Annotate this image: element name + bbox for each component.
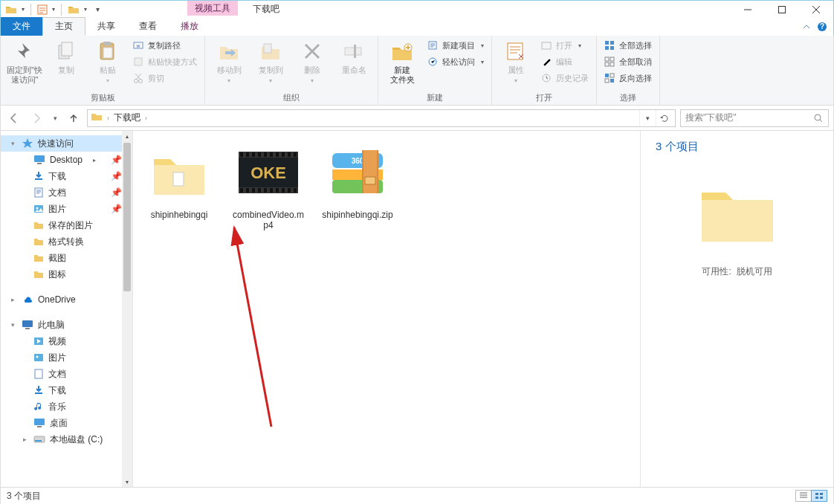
up-button[interactable] — [65, 109, 83, 127]
tree-music[interactable]: ▸音乐 — [1, 398, 132, 415]
select-none-button[interactable]: 全部取消 — [601, 54, 655, 70]
help-icon[interactable]: ? — [817, 22, 827, 32]
edit-button[interactable]: 编辑 — [538, 54, 592, 70]
svg-rect-24 — [610, 41, 614, 45]
tab-share[interactable]: 共享 — [85, 17, 127, 36]
contextual-tab-header: 视频工具 — [187, 1, 238, 16]
svg-rect-37 — [37, 163, 42, 164]
tree-icons[interactable]: ▸图标 — [1, 266, 132, 282]
tree-desktop2[interactable]: ▸桌面 — [1, 415, 132, 431]
copy-path-button[interactable]: w复制路径 — [130, 37, 200, 54]
tree-desktop[interactable]: ▸Desktop▸📌 — [1, 152, 132, 168]
copy-button[interactable]: 复制 — [47, 37, 85, 75]
maximize-button[interactable] — [765, 1, 799, 18]
forward-button[interactable] — [28, 109, 45, 127]
folder-icon — [5, 4, 17, 16]
tree-videos[interactable]: ▸视频 — [1, 333, 132, 349]
details-pane: 3 个项目 可用性: 脱机可用 — [640, 131, 833, 487]
chevron-right-icon[interactable]: › — [145, 114, 147, 122]
minimize-button[interactable] — [731, 1, 765, 18]
easy-access-button[interactable]: 轻松访问▾ — [424, 54, 487, 70]
pin-to-quick-access-button[interactable]: 固定到"快 速访问" — [5, 37, 44, 85]
properties-icon[interactable] — [37, 4, 48, 15]
file-item-zip[interactable]: 360 ZIP shipinhebingqi.zip — [322, 140, 393, 220]
recent-dropdown[interactable]: ▾ — [50, 109, 60, 127]
svg-rect-71 — [264, 188, 267, 193]
view-large-icons-button[interactable] — [811, 490, 827, 502]
svg-rect-75 — [288, 188, 291, 193]
nav-scrollbar[interactable]: ▴▾ — [122, 131, 132, 487]
history-button[interactable]: 历史记录 — [538, 70, 592, 86]
tree-pictures[interactable]: ▸图片📌 — [1, 201, 132, 217]
collapse-ribbon-icon[interactable] — [802, 22, 811, 31]
tree-quick-access[interactable]: ▾快速访问 — [1, 135, 132, 152]
chevron-down-icon[interactable]: ▾ — [84, 6, 87, 13]
group-label-clipboard: 剪贴板 — [5, 91, 200, 105]
tree-downloads2[interactable]: ▸下载 — [1, 382, 132, 398]
separator — [30, 4, 31, 16]
svg-rect-28 — [610, 57, 614, 61]
group-label-select: 选择 — [601, 91, 655, 105]
paste-button[interactable]: 粘贴▾ — [88, 37, 127, 85]
new-folder-button[interactable]: 新建 文件夹 — [383, 37, 421, 85]
tree-documents2[interactable]: ▸文档 — [1, 366, 132, 382]
svg-rect-27 — [605, 57, 609, 61]
svg-rect-53 — [173, 172, 184, 186]
new-item-button[interactable]: 新建项目▾ — [424, 37, 487, 54]
svg-rect-16 — [354, 45, 356, 58]
search-icon — [813, 113, 824, 123]
tab-file[interactable]: 文件 — [1, 17, 42, 36]
svg-rect-60 — [258, 152, 261, 157]
file-view[interactable]: shipinhebingqi OKE combinedVideo.mp4 360… — [133, 131, 640, 487]
svg-rect-65 — [288, 152, 291, 157]
close-button[interactable] — [799, 1, 833, 18]
svg-rect-26 — [610, 46, 614, 50]
status-item-count: 3 个项目 — [7, 490, 41, 503]
open-button[interactable]: 打开▾ — [538, 37, 592, 54]
chevron-right-icon[interactable]: › — [107, 114, 109, 122]
tree-downloads[interactable]: ▸下载📌 — [1, 168, 132, 184]
svg-rect-84 — [363, 150, 377, 193]
cut-button[interactable]: 剪切 — [130, 70, 200, 86]
svg-rect-36 — [34, 155, 45, 162]
back-button[interactable] — [5, 109, 23, 127]
properties-button[interactable]: 属性▾ — [497, 37, 535, 85]
svg-rect-48 — [35, 392, 42, 394]
tree-screenshot[interactable]: ▸截图 — [1, 250, 132, 266]
svg-text:?: ? — [820, 22, 824, 30]
ribbon: 固定到"快 速访问" 复制 粘贴▾ w复制路径 粘贴快捷方式 剪切 剪贴板 移动… — [0, 36, 834, 106]
svg-rect-25 — [605, 46, 609, 50]
move-to-button[interactable]: 移动到▾ — [210, 37, 248, 85]
svg-rect-23 — [605, 41, 609, 45]
paste-shortcut-button[interactable]: 粘贴快捷方式 — [130, 54, 200, 70]
chevron-down-icon[interactable]: ▾ — [22, 6, 25, 13]
svg-rect-47 — [35, 369, 42, 378]
breadcrumb[interactable]: 下载吧 — [114, 112, 140, 124]
invert-selection-button[interactable]: 反向选择 — [601, 70, 655, 86]
view-details-button[interactable] — [795, 490, 812, 502]
tree-pictures2[interactable]: ▸图片 — [1, 349, 132, 366]
tree-saved-pictures[interactable]: ▸保存的图片 — [1, 217, 132, 233]
tree-this-pc[interactable]: ▾此电脑 — [1, 317, 132, 333]
select-all-button[interactable]: 全部选择 — [601, 37, 655, 54]
refresh-button[interactable] — [656, 110, 672, 126]
address-dropdown-icon[interactable]: ▾ — [639, 110, 656, 126]
tab-home[interactable]: 主页 — [42, 17, 85, 36]
file-item-video[interactable]: OKE combinedVideo.mp4 — [233, 140, 304, 230]
tree-local-c[interactable]: ▸本地磁盘 (C:) — [1, 431, 132, 448]
svg-point-13 — [139, 80, 143, 83]
search-input[interactable]: 搜索"下载吧" — [680, 109, 829, 127]
tree-format-convert[interactable]: ▸格式转换 — [1, 233, 132, 250]
rename-button[interactable]: 重命名 — [334, 37, 373, 75]
chevron-down-icon[interactable]: ▾ — [52, 6, 55, 13]
address-bar[interactable]: › 下载吧 › ▾ — [87, 109, 676, 127]
tab-view[interactable]: 查看 — [127, 17, 169, 36]
delete-button[interactable]: 删除▾ — [293, 37, 332, 85]
tree-documents[interactable]: ▸文档📌 — [1, 184, 132, 201]
tree-onedrive[interactable]: ▸OneDrive — [1, 291, 132, 308]
tab-play[interactable]: 播放 — [169, 17, 210, 36]
copy-to-button[interactable]: 复制到▾ — [251, 37, 290, 85]
file-item-folder[interactable]: shipinhebingqi — [143, 140, 215, 220]
overflow-icon[interactable]: ▾ — [96, 5, 100, 13]
separator — [61, 4, 62, 16]
